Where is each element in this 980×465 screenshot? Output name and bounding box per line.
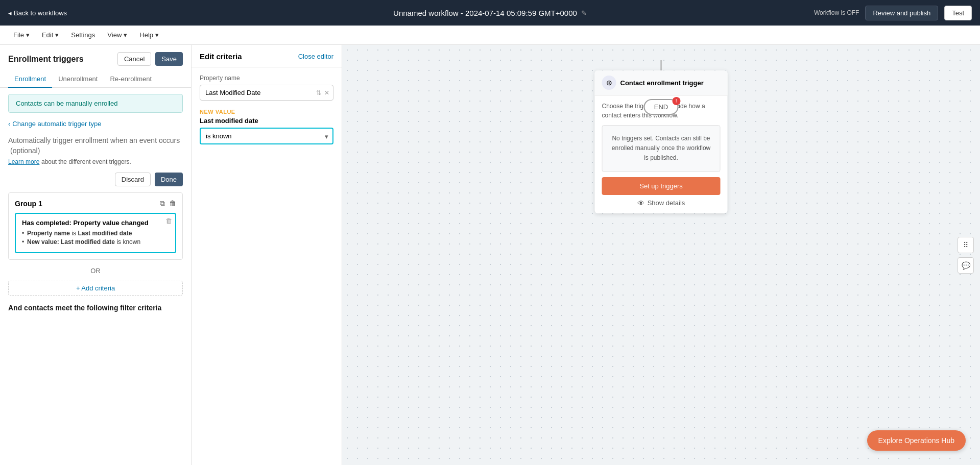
criteria-box[interactable]: 🗑 Has completed: Property value changed … (15, 213, 176, 253)
end-node: END ! (644, 99, 678, 115)
learn-more-suffix: about the different event triggers. (41, 158, 131, 165)
exclamation-icon: ! (676, 99, 677, 104)
chevron-down-icon: ▾ (55, 31, 59, 39)
top-bar-right: Workflow is OFF Review and publish Test (814, 6, 972, 20)
group-header: Group 1 ⧉ 🗑 (15, 199, 176, 208)
tab-enrollment[interactable]: Enrollment (8, 71, 52, 88)
menu-bar: File ▾ Edit ▾ Settings View ▾ Help ▾ (0, 26, 980, 45)
chevron-down-icon: ▾ (124, 31, 127, 39)
back-arrow-icon: ◂ (8, 9, 12, 17)
done-button[interactable]: Done (155, 173, 183, 186)
top-bar-left: ◂ Back to workflows (8, 9, 67, 17)
or-divider: OR (8, 267, 183, 275)
filter-criteria-section: And contacts meet the following filter c… (8, 304, 183, 312)
right-tools: ⠿ 💬 (958, 237, 974, 274)
auto-trigger-title: Automatically trigger enrollment when an… (8, 136, 183, 156)
test-button[interactable]: Test (944, 6, 972, 20)
filter-criteria-title: And contacts meet the following filter c… (8, 304, 183, 312)
tab-reenrollment[interactable]: Re-enrollment (104, 71, 158, 88)
menu-file[interactable]: File ▾ (8, 29, 35, 41)
chevron-down-icon: ▾ (26, 31, 30, 39)
grid-tool-button[interactable]: ⠿ (958, 237, 974, 253)
save-button[interactable]: Save (155, 52, 183, 66)
panel-actions: Cancel Save (117, 52, 183, 66)
group-title: Group 1 (15, 200, 42, 208)
property-select-wrapper: Last Modified Date ⇅ ✕ (200, 85, 333, 101)
review-publish-button[interactable]: Review and publish (865, 6, 938, 20)
workflow-title: Unnamed workflow - 2024-07-14 05:09:59 G… (393, 9, 577, 17)
panel-title: Enrollment triggers (8, 55, 84, 64)
group-box: Group 1 ⧉ 🗑 🗑 Has completed: Property va… (8, 192, 183, 260)
tab-unenrollment[interactable]: Unenrollment (52, 71, 104, 88)
close-editor-link[interactable]: Close editor (298, 53, 333, 60)
cancel-button[interactable]: Cancel (117, 52, 151, 66)
last-modified-label: Last modified date (200, 117, 333, 125)
chevron-left-icon: ‹ (8, 120, 10, 128)
top-bar-center: Unnamed workflow - 2024-07-14 05:09:59 G… (393, 9, 587, 17)
chat-icon: 💬 (962, 261, 970, 270)
auto-trigger-section: Automatically trigger enrollment when an… (8, 136, 183, 165)
criteria-title: Has completed: Property value changed (22, 219, 169, 227)
canvas-area: ⊕ Contact enrollment trigger Choose the … (342, 45, 980, 465)
chevron-down-icon: ▾ (155, 31, 159, 39)
explore-operations-hub-button[interactable]: Explore Operations Hub (867, 430, 966, 451)
trigger-card-header: ⊕ Contact enrollment trigger (595, 70, 728, 95)
delete-group-icon[interactable]: 🗑 (169, 199, 176, 208)
criteria-detail-property: Property name is Last modified date (22, 230, 169, 237)
delete-criteria-icon[interactable]: 🗑 (165, 217, 172, 225)
enrollment-tabs: Enrollment Unenrollment Re-enrollment (0, 71, 191, 88)
menu-settings[interactable]: Settings (66, 29, 100, 41)
back-to-workflows-button[interactable]: ◂ Back to workflows (8, 9, 67, 17)
property-name-label: Property name (200, 75, 333, 82)
learn-more-link[interactable]: Learn more (8, 158, 39, 165)
menu-view[interactable]: View ▾ (102, 29, 132, 41)
copy-group-icon[interactable]: ⧉ (160, 199, 165, 208)
add-criteria-button[interactable]: + Add criteria (8, 281, 183, 296)
main-layout: Enrollment triggers Cancel Save Enrollme… (0, 45, 980, 465)
eye-icon: 👁 (637, 199, 644, 207)
trigger-card: ⊕ Contact enrollment trigger Choose the … (595, 70, 728, 213)
workflow-status: Workflow is OFF (814, 9, 859, 16)
discard-done-row: Discard Done (8, 173, 183, 186)
delete-property-icon[interactable]: ✕ (324, 89, 329, 96)
chat-tool-button[interactable]: 💬 (958, 257, 974, 274)
manually-enrolled-badge: Contacts can be manually enrolled (8, 94, 183, 113)
reorder-icon[interactable]: ⇅ (316, 89, 321, 96)
menu-help[interactable]: Help ▾ (134, 29, 164, 41)
edit-title-icon[interactable]: ✎ (581, 9, 587, 17)
menu-edit[interactable]: Edit ▾ (37, 29, 64, 41)
panel-content: Contacts can be manually enrolled ‹ Chan… (0, 88, 191, 465)
top-bar: ◂ Back to workflows Unnamed workflow - 2… (0, 0, 980, 26)
criteria-detail-value: New value: Last modified date is known (22, 238, 169, 246)
value-select-wrapper: is known is unknown has ever been known … (200, 128, 333, 144)
group-actions: ⧉ 🗑 (160, 199, 176, 208)
edit-panel-content: Property name Last Modified Date ⇅ ✕ NEW… (192, 67, 342, 465)
setup-triggers-button[interactable]: Set up triggers (602, 177, 721, 195)
enrollment-triggers-panel: Enrollment triggers Cancel Save Enrollme… (0, 45, 192, 465)
dots-grid-icon: ⠿ (963, 241, 968, 249)
discard-button[interactable]: Discard (115, 173, 151, 186)
edit-criteria-panel: Edit criteria Close editor Property name… (192, 45, 342, 465)
property-name-select[interactable]: Last Modified Date (200, 85, 333, 101)
edit-panel-title: Edit criteria (200, 52, 242, 61)
panel-header: Enrollment triggers Cancel Save (0, 45, 191, 71)
new-value-label: NEW VALUE (200, 109, 333, 115)
no-triggers-box: No triggers set. Contacts can still be e… (602, 125, 721, 172)
trigger-card-container: ⊕ Contact enrollment trigger Choose the … (593, 60, 729, 115)
trigger-icon: ⊕ (602, 76, 616, 90)
edit-panel-header: Edit criteria Close editor (192, 45, 342, 67)
value-select[interactable]: is known is unknown has ever been known … (200, 128, 333, 144)
trigger-card-title: Contact enrollment trigger (620, 79, 704, 87)
change-trigger-type-link[interactable]: ‹ Change automatic trigger type (8, 120, 183, 128)
show-details-link[interactable]: 👁 Show details (602, 199, 721, 207)
